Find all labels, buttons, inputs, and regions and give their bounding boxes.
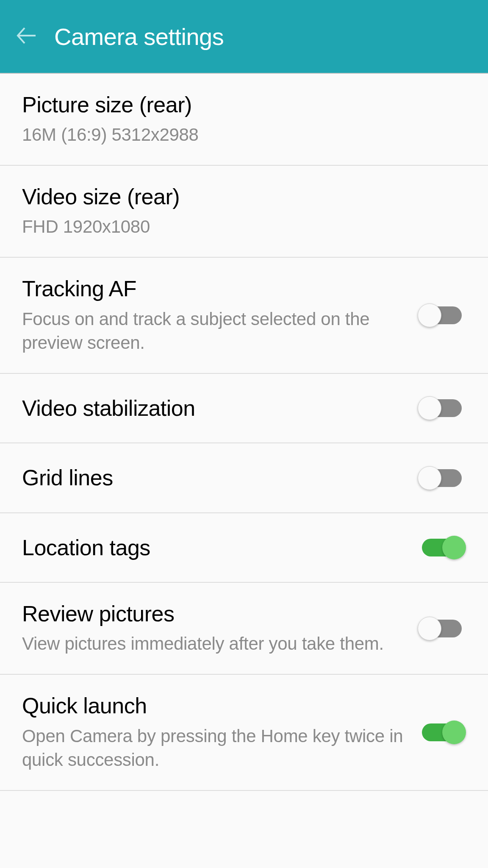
toggle-thumb <box>418 396 441 420</box>
setting-text-block: Video stabilization <box>22 395 418 421</box>
setting-title: Picture size (rear) <box>22 92 453 118</box>
location-tags-toggle[interactable] <box>418 536 466 559</box>
tracking-af-toggle[interactable] <box>418 303 466 327</box>
setting-description: View pictures immediately after you take… <box>22 632 405 656</box>
video-stabilization-toggle[interactable] <box>418 396 466 420</box>
video-stabilization-setting[interactable]: Video stabilization <box>0 374 488 443</box>
setting-description: Focus on and track a subject selected on… <box>22 307 405 355</box>
location-tags-setting[interactable]: Location tags <box>0 513 488 583</box>
setting-value: FHD 1920x1080 <box>22 215 453 239</box>
grid-lines-toggle[interactable] <box>418 466 466 490</box>
setting-text-block: Video size (rear) FHD 1920x1080 <box>22 184 466 239</box>
quick-launch-setting[interactable]: Quick launch Open Camera by pressing the… <box>0 675 488 791</box>
toggle-thumb <box>418 466 441 490</box>
video-size-setting[interactable]: Video size (rear) FHD 1920x1080 <box>0 166 488 258</box>
setting-text-block: Grid lines <box>22 465 418 491</box>
app-header: Camera settings <box>0 0 488 74</box>
toggle-thumb <box>442 721 466 744</box>
setting-value: 16M (16:9) 5312x2988 <box>22 123 453 147</box>
tracking-af-setting[interactable]: Tracking AF Focus on and track a subject… <box>0 258 488 374</box>
toggle-thumb <box>418 303 441 327</box>
setting-title: Video size (rear) <box>22 184 453 210</box>
toggle-thumb <box>418 617 441 640</box>
setting-title: Grid lines <box>22 465 405 491</box>
setting-text-block: Picture size (rear) 16M (16:9) 5312x2988 <box>22 92 466 147</box>
setting-title: Location tags <box>22 534 405 561</box>
setting-title: Quick launch <box>22 693 405 719</box>
page-title: Camera settings <box>54 23 224 50</box>
toggle-thumb <box>442 536 466 559</box>
setting-text-block: Location tags <box>22 534 418 561</box>
review-pictures-setting[interactable]: Review pictures View pictures immediatel… <box>0 583 488 675</box>
setting-title: Tracking AF <box>22 275 405 302</box>
setting-title: Video stabilization <box>22 395 405 421</box>
setting-text-block: Tracking AF Focus on and track a subject… <box>22 275 418 355</box>
setting-text-block: Review pictures View pictures immediatel… <box>22 601 418 656</box>
grid-lines-setting[interactable]: Grid lines <box>0 443 488 513</box>
picture-size-setting[interactable]: Picture size (rear) 16M (16:9) 5312x2988 <box>0 74 488 166</box>
settings-list: Picture size (rear) 16M (16:9) 5312x2988… <box>0 74 488 791</box>
review-pictures-toggle[interactable] <box>418 617 466 640</box>
setting-text-block: Quick launch Open Camera by pressing the… <box>22 693 418 772</box>
back-arrow-icon[interactable] <box>15 25 37 48</box>
setting-title: Review pictures <box>22 601 405 627</box>
quick-launch-toggle[interactable] <box>418 721 466 744</box>
setting-description: Open Camera by pressing the Home key twi… <box>22 724 405 772</box>
